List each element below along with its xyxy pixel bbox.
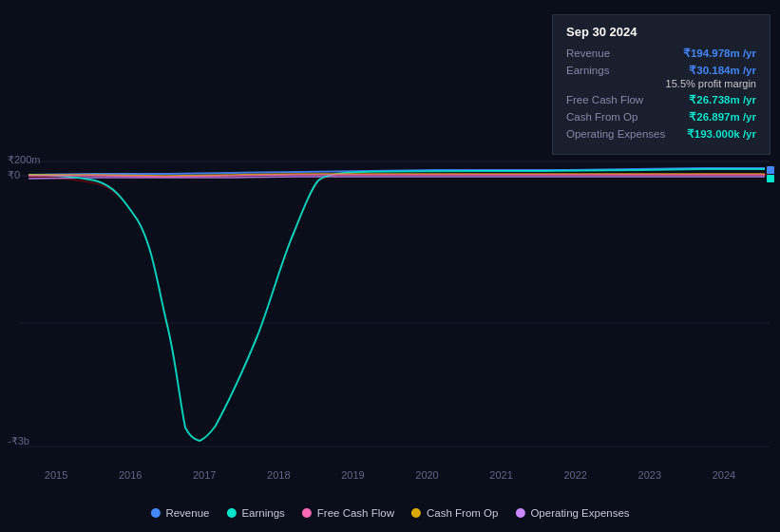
tooltip-cashop-row: Cash From Op ₹26.897m /yr: [566, 110, 756, 124]
svg-rect-4: [767, 166, 774, 174]
tooltip-revenue-row: Revenue ₹194.978m /yr: [566, 47, 756, 60]
legend-label-revenue: Revenue: [165, 507, 209, 519]
x-label-2020: 2020: [415, 469, 438, 481]
legend-fcf: Free Cash Flow: [302, 507, 394, 519]
x-label-2018: 2018: [267, 469, 290, 481]
chart-container: ₹200m ₹0 -₹3b Sep 30 2024 Revenue ₹194.9…: [0, 0, 780, 532]
x-label-2023: 2023: [638, 469, 661, 481]
tooltip-opex-value: ₹193.000k /yr: [687, 127, 756, 141]
tooltip-revenue-label: Revenue: [566, 48, 610, 59]
legend-dot-earnings: [226, 508, 236, 518]
tooltip-earnings-label: Earnings: [566, 65, 609, 76]
legend-dot-cashop: [411, 508, 421, 518]
y-label-200m: ₹200m: [8, 154, 41, 166]
x-label-2017: 2017: [193, 469, 216, 481]
tooltip-opex-row: Operating Expenses ₹193.000k /yr: [566, 127, 756, 141]
tooltip-fcf-label: Free Cash Flow: [566, 94, 643, 105]
tooltip-earnings-value: ₹30.184m /yr: [689, 64, 756, 77]
legend-dot-revenue: [150, 508, 160, 518]
legend-label-earnings: Earnings: [241, 507, 284, 519]
x-label-2016: 2016: [119, 469, 142, 481]
legend-label-cashop: Cash From Op: [427, 507, 498, 519]
svg-rect-5: [767, 175, 774, 182]
x-label-2024: 2024: [713, 469, 735, 481]
y-label-zero: ₹0: [8, 169, 20, 181]
x-label-2022: 2022: [563, 469, 586, 481]
tooltip-date: Sep 30 2024: [566, 25, 756, 39]
x-label-2015: 2015: [45, 469, 67, 481]
legend-dot-opex: [515, 508, 524, 518]
tooltip-fcf-row: Free Cash Flow ₹26.738m /yr: [566, 93, 756, 106]
tooltip-profit-margin: 15.5% profit margin: [566, 78, 756, 89]
chart-legend: Revenue Earnings Free Cash Flow Cash Fro…: [150, 507, 629, 519]
tooltip-opex-label: Operating Expenses: [566, 128, 665, 140]
tooltip-revenue-value: ₹194.978m /yr: [683, 47, 756, 60]
legend-cashop: Cash From Op: [411, 507, 498, 519]
tooltip-earnings-row: Earnings ₹30.184m /yr: [566, 64, 756, 77]
x-label-2019: 2019: [341, 469, 364, 481]
legend-label-opex: Operating Expenses: [530, 507, 629, 519]
legend-dot-fcf: [302, 508, 312, 518]
tooltip-cashop-value: ₹26.897m /yr: [689, 110, 756, 124]
y-label-neg3b: -₹3b: [8, 435, 29, 447]
tooltip-cashop-label: Cash From Op: [566, 111, 637, 123]
legend-revenue: Revenue: [150, 507, 209, 519]
x-axis-labels: 2015 2016 2017 2018 2019 2020 2021 2022 …: [0, 469, 780, 481]
legend-label-fcf: Free Cash Flow: [317, 507, 394, 519]
legend-opex: Operating Expenses: [515, 507, 629, 519]
tooltip-fcf-value: ₹26.738m /yr: [689, 93, 756, 106]
x-label-2021: 2021: [489, 469, 512, 481]
data-tooltip: Sep 30 2024 Revenue ₹194.978m /yr Earnin…: [552, 14, 770, 155]
legend-earnings: Earnings: [226, 507, 284, 519]
